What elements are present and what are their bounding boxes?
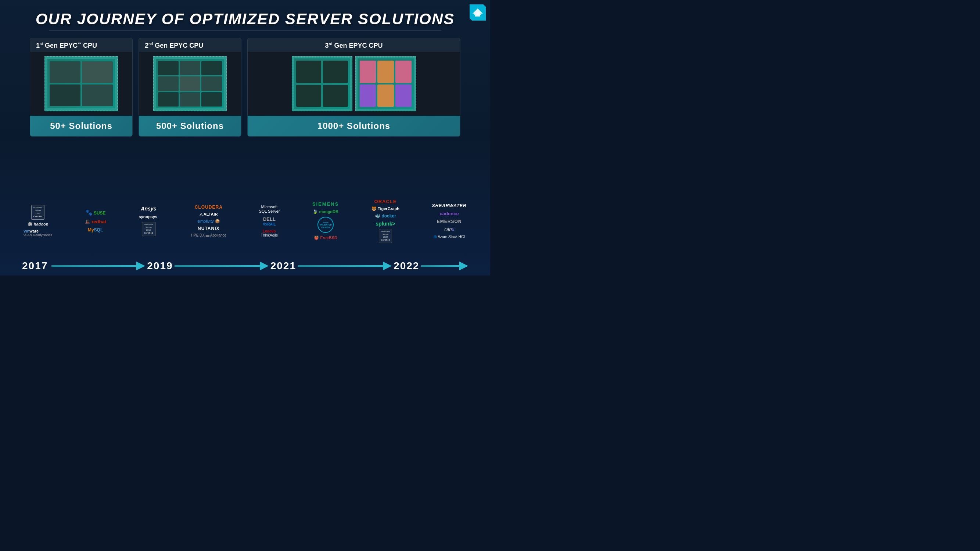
simplivity-logo: simplivity 📦 [197, 219, 220, 224]
gen2-chip-area [139, 52, 241, 116]
hpe-logo: HPE DX ▬ Appliance [191, 233, 226, 237]
vendors-area: WindowsServer2016Certified 🐘 hadoop vmwa… [0, 199, 490, 243]
mongodb-logo: 🍃 mongoDB [313, 210, 339, 214]
cisco-badge: ciscoVALIDATEDDESIGN [318, 217, 334, 233]
win2016-badge: WindowsServer2016Certified [31, 205, 45, 219]
gen1-chip-area [30, 52, 132, 116]
gen3-chip-area [248, 52, 460, 116]
gen1-chip [45, 56, 118, 111]
gen2-chip [153, 56, 227, 111]
vendors-suse-rh: 🐾 SUSE 🎩 redhat MySQL [84, 209, 106, 232]
oracle-logo: ORACLE [374, 199, 397, 204]
page-title: OUR JOURNEY OF OPTIMIZED SERVER SOLUTION… [0, 0, 490, 28]
citrix-logo: citrix [444, 227, 454, 232]
mssql-logo: MicrosoftSQL Server [259, 205, 280, 213]
gen3-chip-milan [292, 56, 352, 111]
lenovo-logo: Lenovo ThinkAgile [261, 229, 278, 237]
year-2021: 2021 [269, 260, 298, 272]
redhat-logo: 🎩 redhat [84, 219, 106, 224]
suse-logo: 🐾 SUSE [85, 209, 106, 216]
synopsys-logo: synopsys· [138, 214, 158, 219]
gen3-chip-milanx [355, 56, 416, 111]
year-2019: 2019 [145, 260, 175, 272]
ansys-logo: Ansys [141, 206, 156, 211]
vendors-2017: WindowsServer2016Certified 🐘 hadoop vmwa… [24, 205, 52, 237]
mysql-logo: MySQL [88, 227, 103, 232]
gen1-header: 1st Gen EPYC™ CPU [30, 38, 132, 52]
siemens-logo: SIEMENS [312, 201, 339, 207]
vendors-siemens: SIEMENS 🍃 mongoDB ciscoVALIDATEDDESIGN 👹… [312, 201, 339, 240]
dell-logo: DELL VxRAIL [263, 216, 276, 226]
gen3-solutions: 1000+ Solutions [248, 116, 460, 136]
splunk-logo: splunk> [375, 221, 395, 227]
year-2017: 2017 [22, 260, 51, 272]
vendors-ansys: Ansys synopsys· WindowsServer2019Certifi… [138, 206, 158, 236]
gen2-solutions: 500+ Solutions [139, 116, 241, 136]
tigergraph-logo: 🐯 TigerGraph [372, 206, 399, 211]
gen2-card: 2nd Gen EPYC CPU 500+ Solutions [138, 38, 242, 137]
svg-text:AMD: AMD [474, 12, 482, 16]
vendors-oracle: ORACLE 🐯 TigerGraph 🐳 docker splunk> Win… [372, 199, 399, 243]
azure-hci-logo: ⊞ Azure Stack HCI [434, 235, 465, 239]
win2022-badge: WindowsServer2022Certified [379, 229, 392, 243]
gen1-solutions: 50+ Solutions [30, 116, 132, 136]
hadoop-logo: 🐘 hadoop [27, 222, 48, 227]
cadence-logo: cādence [440, 211, 459, 216]
gen2-header: 2nd Gen EPYC CPU [139, 38, 241, 52]
shearwater-logo: SHEARWATER [432, 203, 467, 208]
altair-logo: △ ALTAIR [199, 212, 218, 217]
nutanix-logo: NUTANIX [198, 226, 220, 231]
vmware-logo: vmware vSAN ReadyNodes [24, 229, 52, 237]
year-2022: 2022 [392, 260, 421, 272]
win2019-badge: WindowsServer2019Certified [142, 222, 155, 236]
vendors-shearwater: SHEARWATER cādence EMERSON citrix ⊞ Azur… [432, 203, 467, 239]
timeline: 2017 2019 2021 2022 [0, 260, 490, 272]
freebsd-logo: 👹 FreeBSD [314, 235, 337, 240]
vendors-ms: MicrosoftSQL Server DELL VxRAIL Lenovo T… [259, 205, 280, 237]
amd-logo: AMD [469, 5, 486, 21]
cpu-cards-row: 1st Gen EPYC™ CPU 50+ Solutions 2nd Gen … [0, 30, 490, 137]
slide: AMD OUR JOURNEY OF OPTIMIZED SERVER SOLU… [0, 0, 490, 275]
gen3-header: 3rd Gen EPYC CPU [248, 38, 460, 52]
emerson-logo: EMERSON [437, 219, 462, 224]
gen3-card: 3rd Gen EPYC CPU [247, 38, 460, 137]
docker-logo: 🐳 docker [375, 213, 396, 219]
cloudera-logo: CLOUDERA [195, 205, 223, 210]
vendors-cloudera: CLOUDERA △ ALTAIR simplivity 📦 NUTANIX H… [191, 205, 226, 237]
gen1-card: 1st Gen EPYC™ CPU 50+ Solutions [30, 38, 133, 137]
